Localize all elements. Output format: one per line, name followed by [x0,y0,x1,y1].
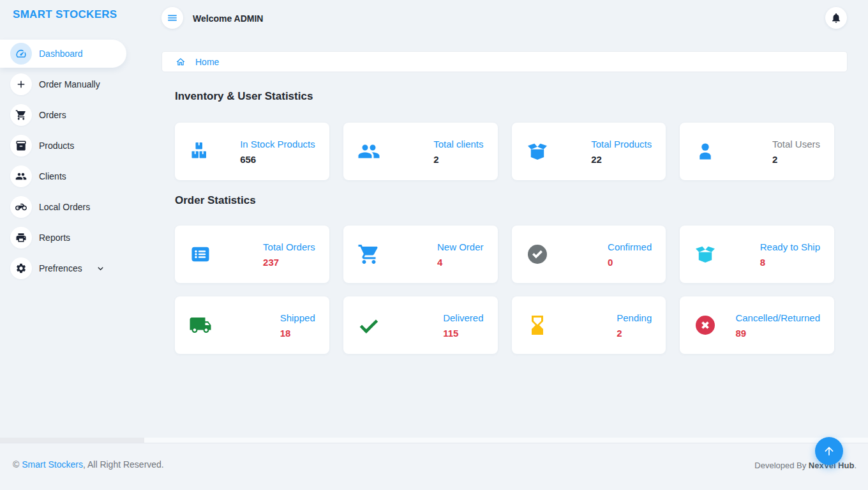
sidebar-item-products[interactable]: Products [0,130,126,161]
breadcrumb: Home [161,51,848,72]
card-value: 656 [240,154,256,165]
checkmark-icon [357,314,380,337]
home-icon [176,57,186,67]
sidebar-item-label: Prefrences [39,263,82,273]
card-text: Delivered 115 [443,312,483,339]
card-text: Ready to Ship 8 [760,241,820,268]
copyright-symbol: © [13,459,22,470]
period-text: . [854,461,857,470]
inventory-cards: In Stock Products 656 Total clients 2 [175,123,834,180]
stat-card-new-order[interactable]: New Order 4 [343,226,498,283]
card-label: Total clients [433,139,483,149]
truck-icon [189,314,212,337]
sidebar-item-orders[interactable]: Orders [0,100,126,130]
card-value: 89 [735,328,746,339]
content-bottom-divider [144,438,868,443]
bell-icon [830,12,842,24]
check-circle-icon [526,243,549,266]
card-label: Total Products [591,139,652,149]
card-label: Pending [617,312,652,323]
card-value: 4 [437,257,442,268]
notifications-button[interactable] [825,7,847,29]
card-label: Confirmed [608,241,652,252]
card-label: In Stock Products [240,139,315,149]
inventory-section-title: Inventory & User Statistics [175,90,313,103]
sidebar-item-order-manually[interactable]: Order Manually [0,69,126,100]
person-icon [694,140,717,163]
printer-icon [10,227,32,249]
card-text: Cancelled/Returned 89 [735,312,820,339]
card-text: New Order 4 [437,241,484,268]
stat-card-cancelled-returned[interactable]: Cancelled/Returned 89 [680,296,834,354]
card-value: 2 [772,154,777,165]
breadcrumb-label: Home [195,57,219,67]
footer: © Smart Stockers, All Right Reserved. De… [0,443,868,490]
menu-toggle-button[interactable] [161,7,183,29]
motorcycle-icon [10,196,32,218]
card-label: Shipped [280,312,315,323]
card-label: New Order [437,241,484,252]
orders-section-title: Order Statistics [175,194,256,207]
sidebar-item-label: Products [39,141,74,151]
stat-card-in-stock-products[interactable]: In Stock Products 656 [175,123,329,180]
sidebar-item-label: Order Manually [39,79,100,89]
card-value: 237 [263,257,279,268]
sidebar-bottom-divider [0,438,144,443]
plus-icon [10,73,32,95]
card-label: Total Users [772,139,820,149]
card-text: Total Products 22 [591,139,652,165]
users-group-icon [357,140,380,163]
card-text: Total Users 2 [772,139,820,165]
sidebar-item-local-orders[interactable]: Local Orders [0,192,126,222]
sidebar-item-label: Dashboard [39,49,83,59]
card-label: Total Orders [263,241,315,252]
arrow-up-icon [823,445,835,457]
open-box-icon [694,243,717,266]
sidebar-nav: Dashboard Order Manually Orders Products [0,38,147,284]
brand-title: SMART STOCKERS [13,8,117,20]
sidebar-item-reports[interactable]: Reports [0,222,126,253]
stat-card-pending[interactable]: Pending 2 [512,296,666,354]
card-value: 22 [591,154,602,165]
card-value: 2 [617,328,622,339]
card-label: Delivered [443,312,483,323]
stat-card-total-products[interactable]: Total Products 22 [512,123,666,180]
stat-card-ready-to-ship[interactable]: Ready to Ship 8 [680,226,834,283]
developed-by-text: Developed By [754,461,809,470]
card-label: Cancelled/Returned [735,312,820,323]
sidebar-item-dashboard[interactable]: Dashboard [0,40,126,68]
breadcrumb-home-link[interactable]: Home [176,57,219,67]
welcome-text: Welcome ADMIN [193,13,263,24]
cart-icon [357,243,380,266]
stat-card-delivered[interactable]: Delivered 115 [343,296,498,354]
card-text: Shipped 18 [280,312,315,339]
x-circle-icon [694,314,717,337]
open-box-icon [526,140,549,163]
cart-icon [10,104,32,126]
sidebar-item-label: Orders [39,110,66,120]
box-icon [10,135,32,157]
stacked-boxes-icon [189,140,212,163]
sidebar-item-label: Local Orders [39,202,90,212]
card-text: Total clients 2 [433,139,483,165]
stat-card-shipped[interactable]: Shipped 18 [175,296,329,354]
stat-card-confirmed[interactable]: Confirmed 0 [512,226,666,283]
hourglass-icon [526,314,549,337]
order-cards: Total Orders 237 New Order 4 [175,226,834,354]
speedometer-icon [10,43,32,65]
stat-card-total-users[interactable]: Total Users 2 [680,123,834,180]
stat-card-total-clients[interactable]: Total clients 2 [343,123,498,180]
list-icon [189,243,212,266]
sidebar-item-label: Clients [39,171,66,181]
card-value: 115 [443,328,458,339]
card-text: Confirmed 0 [608,241,652,268]
gear-icon [10,257,32,279]
stat-card-total-orders[interactable]: Total Orders 237 [175,226,329,283]
card-value: 2 [433,154,438,165]
sidebar-item-prefrences[interactable]: Prefrences [0,253,126,284]
sidebar-item-clients[interactable]: Clients [0,161,126,192]
card-value: 8 [760,257,765,268]
footer-brand-link[interactable]: Smart Stockers [22,459,83,470]
brand-logo: SMART STOCKERS [13,8,117,21]
scroll-to-top-button[interactable] [815,437,843,465]
